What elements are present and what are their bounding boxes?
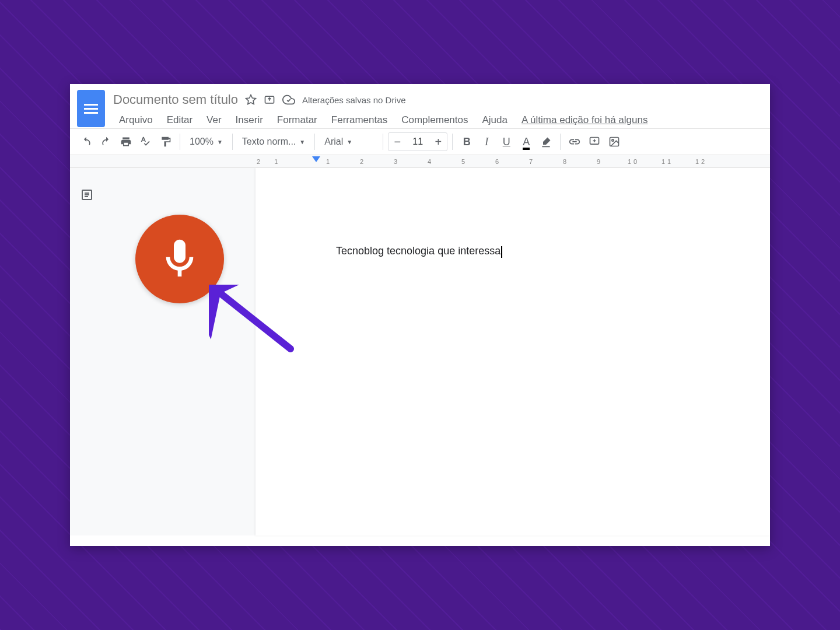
add-comment-icon[interactable]: [585, 132, 604, 151]
ruler-tick: 2: [346, 158, 380, 165]
font-value: Arial: [324, 136, 343, 147]
menu-ferramentas[interactable]: Ferramentas: [326, 112, 393, 128]
svg-marker-0: [246, 95, 256, 104]
zoom-value: 100%: [190, 136, 214, 147]
separator: [452, 134, 453, 150]
style-value: Texto norm...: [242, 136, 296, 147]
italic-button[interactable]: I: [477, 132, 496, 151]
ruler-tick: 3: [380, 158, 414, 165]
separator: [383, 134, 383, 150]
header: Documento sem título Alterações salvas n…: [70, 84, 770, 128]
microphone-button[interactable]: [135, 215, 224, 303]
docs-window: Documento sem título Alterações salvas n…: [70, 84, 770, 546]
ruler-tick: 9: [583, 158, 617, 165]
save-status: Alterações salvas no Drive: [302, 95, 406, 105]
menu-ver[interactable]: Ver: [201, 112, 228, 128]
menu-formatar[interactable]: Formatar: [271, 112, 323, 128]
microphone-icon: [156, 236, 203, 282]
highlight-button[interactable]: [537, 132, 555, 151]
paragraph-style-select[interactable]: Texto norm...▼: [237, 136, 310, 147]
header-content: Documento sem título Alterações salvas n…: [113, 90, 770, 128]
title-row: Documento sem título Alterações salvas n…: [113, 90, 770, 110]
menu-editar[interactable]: Editar: [161, 112, 198, 128]
increase-size-button[interactable]: +: [429, 133, 447, 150]
menu-ajuda[interactable]: Ajuda: [477, 112, 513, 128]
spellcheck-icon[interactable]: [136, 132, 155, 151]
ruler-tick: 11: [650, 158, 684, 165]
ruler-tick: 12: [684, 158, 718, 165]
separator: [180, 134, 180, 150]
print-icon[interactable]: [117, 132, 135, 151]
last-edit-link[interactable]: A última edição foi há alguns: [516, 112, 653, 128]
insert-image-icon[interactable]: [605, 132, 624, 151]
ruler-negative: 2 1: [257, 158, 278, 165]
voice-typing-panel: [104, 168, 256, 536]
menu-complementos[interactable]: Complementos: [396, 112, 474, 128]
ruler-tick: 4: [414, 158, 447, 165]
paint-format-icon[interactable]: [156, 132, 175, 151]
cloud-saved-icon[interactable]: [282, 93, 295, 106]
ruler-tick: 2: [257, 158, 260, 165]
font-size-group: − 11 +: [388, 132, 447, 151]
text-color-button[interactable]: A: [517, 132, 536, 151]
workspace: Tecnoblog tecnologia que interessa: [70, 168, 770, 536]
left-sidebar: [70, 168, 104, 536]
caret-down-icon: ▼: [299, 139, 305, 145]
menu-arquivo[interactable]: Arquivo: [113, 112, 159, 128]
ruler-tick: 7: [515, 158, 549, 165]
decrease-size-button[interactable]: −: [388, 133, 406, 150]
zoom-select[interactable]: 100%▼: [185, 136, 228, 147]
redo-icon[interactable]: [97, 132, 116, 151]
ruler-tick: 1: [274, 158, 278, 165]
ruler[interactable]: 2 1 1 2 3 4 5 6 7 8 9 10 11 12: [70, 155, 770, 168]
font-select[interactable]: Arial▼: [320, 136, 378, 147]
underline-button[interactable]: U: [497, 132, 516, 151]
document-title[interactable]: Documento sem título: [113, 92, 238, 107]
document-outline-icon[interactable]: [80, 188, 94, 202]
insert-link-icon[interactable]: [565, 132, 584, 151]
docs-logo-icon[interactable]: [77, 90, 105, 127]
undo-icon[interactable]: [77, 132, 96, 151]
ruler-tick: 10: [617, 158, 650, 165]
ruler-tick: 1: [312, 158, 346, 165]
ruler-tick: 5: [447, 158, 481, 165]
separator: [314, 134, 315, 150]
font-size-value[interactable]: 11: [406, 136, 429, 147]
svg-point-6: [612, 139, 614, 141]
separator: [232, 134, 233, 150]
ruler-tick: 6: [481, 158, 515, 165]
ruler-positive: 1 2 3 4 5 6 7 8 9 10 11 12: [312, 155, 770, 167]
menu-inserir[interactable]: Inserir: [230, 112, 269, 128]
bold-button[interactable]: B: [457, 132, 476, 151]
ruler-tick: 8: [549, 158, 583, 165]
star-icon[interactable]: [245, 94, 257, 106]
document-page[interactable]: Tecnoblog tecnologia que interessa: [256, 168, 770, 536]
text-cursor: [501, 246, 502, 258]
toolbar: 100%▼ Texto norm...▼ Arial▼ − 11 + B I U…: [70, 128, 770, 155]
caret-down-icon: ▼: [217, 139, 223, 145]
separator: [560, 134, 561, 150]
menubar: Arquivo Editar Ver Inserir Formatar Ferr…: [113, 112, 770, 128]
caret-down-icon: ▼: [346, 139, 352, 145]
document-text[interactable]: Tecnoblog tecnologia que interessa: [336, 245, 501, 257]
move-folder-icon[interactable]: [264, 94, 275, 106]
